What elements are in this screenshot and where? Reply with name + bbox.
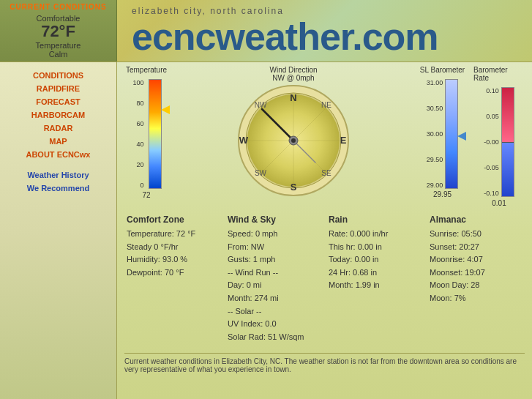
comfort-dewpoint: Dewpoint: 70 °F	[127, 266, 220, 280]
sl-barometer-label: SL Barometer	[420, 66, 465, 74]
compass-container: Wind Direction NW @ 0mph	[176, 66, 411, 199]
footer-description: Current weather conditions in Elizabeth …	[124, 357, 517, 373]
site-title: ecncweather.com	[132, 18, 517, 56]
temp-scale-40: 40	[132, 141, 143, 148]
wind-direction-label: Wind Direction NW @ 0mph	[269, 66, 317, 82]
sidebar-item-about[interactable]: ABOUT ECNCwx	[26, 149, 90, 160]
comfort-humidity: Humidity: 93.0 %	[127, 253, 220, 266]
comfort-zone-section: Comfort Zone Temperature: 72 °F Steady 0…	[124, 212, 222, 346]
baro-rate-scale-n010: -0.10	[484, 190, 499, 197]
sl-barometer: SL Barometer 31.00 30.50 30.00 29.50 29.…	[419, 66, 466, 198]
almanac-moon-day: Moon Day: 28	[430, 279, 522, 292]
solar-rad: Solar Rad: 51 W/sqm	[228, 331, 321, 344]
site-subtitle: elizabeth city, north carolina	[132, 6, 517, 16]
sidebar: CONDITIONS RAPIDFIRE FORECAST HARBORCAM …	[0, 62, 117, 399]
svg-text:W: W	[239, 135, 249, 146]
temperature-gauge-value: 72	[142, 191, 150, 199]
footer-text: Current weather conditions in Elizabeth …	[124, 353, 525, 373]
baro-scale-3050: 30.50	[427, 105, 443, 112]
svg-text:NW: NW	[255, 101, 267, 109]
temperature-label: Temperature	[36, 41, 81, 50]
rain-month: Month: 1.99 in	[329, 279, 422, 292]
svg-text:S: S	[291, 182, 297, 193]
sidebar-item-we-recommend[interactable]: We Recommend	[27, 182, 89, 194]
sidebar-item-harborcam[interactable]: HARBORCAM	[31, 109, 85, 121]
temperature-gauge: Temperature 100 80 60 40 20 0 72	[124, 66, 168, 199]
almanac-moonset: Moonset: 19:07	[430, 266, 522, 280]
almanac-sunrise: Sunrise: 05:50	[430, 228, 522, 241]
baro-scale-2900: 29.00	[427, 182, 443, 189]
rain-today: Today: 0.00 in	[329, 253, 422, 266]
temperature-gauge-label: Temperature	[126, 66, 167, 74]
rain-rate: Rate: 0.000 in/hr	[329, 228, 422, 241]
instruments-row: Temperature 100 80 60 40 20 0 72	[124, 66, 525, 205]
sidebar-item-forecast[interactable]: FORECAST	[36, 96, 80, 108]
wind-gusts: Gusts: 1 mph	[228, 253, 321, 266]
header: CURRENT CONDITIONS Comfortable 72°F Temp…	[0, 0, 532, 62]
main-area: CONDITIONS RAPIDFIRE FORECAST HARBORCAM …	[0, 62, 532, 399]
baro-rate-scale-005: 0.05	[484, 113, 499, 120]
almanac-moon-pct: Moon: 7%	[430, 292, 522, 305]
compass-rose: N S E W NW NE SW SE	[235, 82, 352, 199]
svg-text:N: N	[290, 92, 296, 103]
svg-text:SW: SW	[255, 169, 267, 177]
comfort-zone-title: Comfort Zone	[127, 215, 220, 225]
uv-index: UV Index: 0.0	[228, 318, 321, 331]
baro-rate-scale-000: -0.00	[484, 138, 499, 146]
comfort-temperature: Temperature: 72 °F	[127, 228, 220, 241]
baro-scale-3100: 31.00	[427, 79, 443, 86]
svg-text:E: E	[340, 135, 347, 146]
current-conditions-label: CURRENT CONDITIONS	[10, 3, 106, 11]
solar-label: -- Solar --	[228, 305, 321, 318]
temp-scale-80: 80	[132, 100, 143, 107]
svg-text:NE: NE	[321, 101, 331, 109]
compass-svg: N S E W NW NE SW SE	[235, 82, 352, 199]
temp-scale-0: 0	[132, 182, 143, 189]
baro-rate-scale-010: 0.10	[484, 87, 499, 94]
sidebar-item-weather-history[interactable]: Weather History	[27, 169, 89, 181]
almanac-section: Almanac Sunrise: 05:50 Sunset: 20:27 Moo…	[427, 212, 525, 346]
wind-status: Calm	[49, 50, 68, 59]
almanac-title: Almanac	[430, 215, 522, 225]
almanac-sunset: Sunset: 20:27	[430, 241, 522, 254]
main-content: Temperature 100 80 60 40 20 0 72	[117, 62, 532, 399]
svg-text:SE: SE	[321, 169, 331, 177]
wind-sky-section: Wind & Sky Speed: 0 mph From: NW Gusts: …	[225, 212, 323, 346]
temp-scale-20: 20	[132, 161, 143, 168]
sidebar-nav: CONDITIONS RAPIDFIRE FORECAST HARBORCAM …	[0, 70, 116, 194]
temp-scale-100: 100	[132, 79, 143, 86]
temperature-marker	[161, 105, 170, 114]
sidebar-item-radar[interactable]: RADAR	[44, 122, 73, 134]
wind-from: From: NW	[228, 241, 321, 254]
barometer-rate: Barometer Rate 0.10 0.05 -0.00 -0.05 -0.…	[473, 66, 525, 207]
sidebar-item-conditions[interactable]: CONDITIONS	[33, 70, 83, 81]
barometer-rate-label: Barometer Rate	[473, 66, 525, 82]
wind-run-label: -- Wind Run --	[228, 266, 321, 280]
barometer-marker	[457, 132, 466, 141]
current-temperature: 72°F	[41, 23, 75, 40]
baro-rate-scale-n005: -0.05	[484, 164, 499, 171]
site-branding: elizabeth city, north carolina ecncweath…	[117, 0, 532, 61]
data-grid: Comfort Zone Temperature: 72 °F Steady 0…	[124, 212, 525, 346]
barometer-rate-value: 0.01	[492, 199, 506, 207]
almanac-moonrise: Moonrise: 4:07	[430, 253, 522, 266]
baro-scale-3000: 30.00	[427, 130, 443, 138]
comfort-steady: Steady 0 °F/hr	[127, 241, 220, 254]
wind-run-month: Month: 274 mi	[228, 292, 321, 305]
rain-section: Rain Rate: 0.000 in/hr This hr: 0.00 in …	[326, 212, 424, 346]
wind-direction-title: Wind Direction	[269, 66, 317, 74]
wind-direction-value: NW @ 0mph	[269, 74, 317, 82]
wind-sky-title: Wind & Sky	[228, 215, 321, 225]
sidebar-item-rapidfire[interactable]: RAPIDFIRE	[37, 83, 80, 94]
rain-24hr: 24 Hr: 0.68 in	[329, 266, 422, 280]
sidebar-item-map[interactable]: MAP	[49, 135, 67, 147]
current-conditions-panel: CURRENT CONDITIONS Comfortable 72°F Temp…	[0, 0, 117, 61]
wind-speed: Speed: 0 mph	[228, 228, 321, 241]
sl-barometer-value: 29.95	[433, 190, 452, 198]
wind-run-day: Day: 0 mi	[228, 279, 321, 292]
temp-scale-60: 60	[132, 120, 143, 127]
rain-this-hr: This hr: 0.00 in	[329, 241, 422, 254]
baro-scale-2950: 29.50	[427, 156, 443, 163]
rain-title: Rain	[329, 215, 422, 225]
svg-point-18	[291, 138, 296, 143]
